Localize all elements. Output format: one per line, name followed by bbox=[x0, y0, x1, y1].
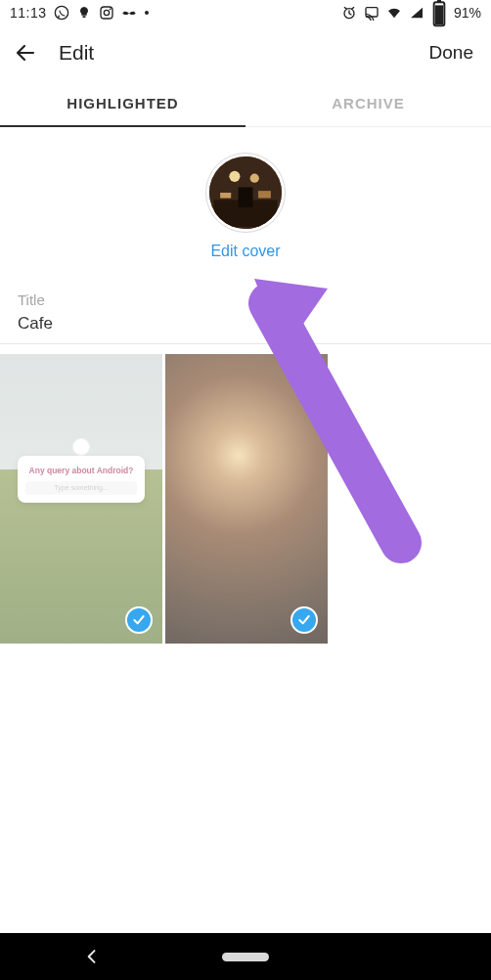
chevron-left-icon bbox=[82, 947, 102, 966]
svg-point-12 bbox=[229, 171, 240, 182]
svg-rect-10 bbox=[435, 5, 443, 24]
status-bar-left: 11:13 bbox=[10, 5, 150, 21]
title-label: Title bbox=[18, 291, 473, 308]
battery-icon bbox=[431, 5, 447, 21]
instagram-icon bbox=[99, 5, 114, 21]
home-pill-icon bbox=[222, 953, 269, 961]
selected-check-icon bbox=[290, 606, 318, 634]
svg-rect-17 bbox=[258, 191, 271, 198]
alarm-icon bbox=[341, 5, 357, 21]
svg-rect-7 bbox=[366, 8, 378, 17]
nav-back-button[interactable] bbox=[68, 933, 115, 980]
cover-area: Edit cover bbox=[0, 127, 491, 270]
title-block: Title bbox=[0, 274, 491, 344]
selected-check-icon bbox=[125, 606, 153, 634]
svg-rect-9 bbox=[437, 0, 441, 2]
tab-highlighted[interactable]: HIGHLIGHTED bbox=[0, 80, 246, 126]
svg-rect-16 bbox=[220, 193, 231, 199]
story-thumbnail-2[interactable] bbox=[165, 354, 328, 644]
svg-point-4 bbox=[109, 8, 111, 10]
cover-thumbnail bbox=[209, 156, 282, 229]
signal-icon bbox=[409, 5, 424, 21]
svg-rect-1 bbox=[82, 16, 85, 18]
cover-image[interactable] bbox=[205, 153, 286, 233]
dot-icon bbox=[144, 5, 150, 21]
cast-icon bbox=[364, 5, 379, 21]
app-header: Edit Done bbox=[0, 25, 491, 80]
mustache-icon bbox=[121, 5, 137, 21]
svg-point-0 bbox=[55, 6, 67, 19]
bulb-icon bbox=[76, 5, 92, 21]
done-button[interactable]: Done bbox=[425, 36, 477, 69]
tab-archive[interactable]: ARCHIVE bbox=[246, 80, 491, 126]
nav-home-button[interactable] bbox=[222, 933, 269, 980]
title-input[interactable] bbox=[18, 314, 473, 334]
story-grid: Any query about Android? Type something.… bbox=[0, 344, 491, 644]
svg-rect-15 bbox=[239, 187, 253, 206]
back-button[interactable] bbox=[14, 41, 37, 65]
status-time: 11:13 bbox=[10, 5, 47, 21]
wifi-icon bbox=[386, 5, 402, 21]
whatsapp-icon bbox=[54, 5, 69, 21]
status-bar-right: 91% bbox=[341, 5, 481, 21]
svg-point-5 bbox=[145, 11, 149, 15]
page-title: Edit bbox=[59, 41, 94, 65]
android-nav-bar bbox=[0, 933, 491, 980]
arrow-left-icon bbox=[14, 41, 37, 65]
svg-point-13 bbox=[250, 174, 259, 183]
edit-cover-link[interactable]: Edit cover bbox=[210, 243, 280, 260]
tabs: HIGHLIGHTED ARCHIVE bbox=[0, 80, 491, 127]
story-thumbnail-1[interactable]: Any query about Android? Type something.… bbox=[0, 354, 162, 644]
status-bar: 11:13 bbox=[0, 0, 491, 25]
screen: 11:13 bbox=[0, 0, 491, 980]
battery-text: 91% bbox=[454, 5, 481, 21]
svg-point-3 bbox=[104, 10, 109, 15]
